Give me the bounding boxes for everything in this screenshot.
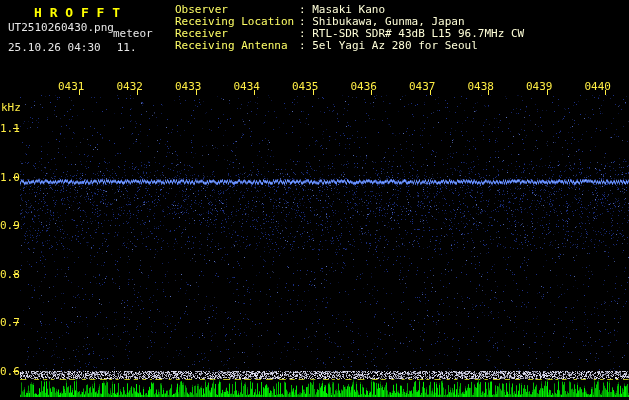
datetime-text: 25.10.26 04:30 bbox=[8, 41, 101, 54]
x-axis-tick-label: 0436 bbox=[349, 80, 377, 93]
x-axis-tick-label: 0440 bbox=[583, 80, 611, 93]
station-info: Observer: Masaki KanoReceiving Location:… bbox=[175, 4, 524, 52]
app-title: H R O F F T bbox=[34, 5, 120, 20]
hrofft-screen: H R O F F T UT2510260430.png meteor 25.1… bbox=[0, 0, 629, 400]
y-axis-tick-label: 1.1 bbox=[0, 122, 17, 135]
x-axis-tick-label: 0432 bbox=[115, 80, 143, 93]
mode-label: meteor bbox=[113, 27, 153, 40]
y-axis-tick-label: 0.8 bbox=[0, 268, 17, 281]
x-axis-tick-label: 0435 bbox=[291, 80, 319, 93]
counter: 11. bbox=[117, 41, 137, 54]
x-axis-tick-label: 0434 bbox=[232, 80, 260, 93]
y-axis-tick-label: 0.7 bbox=[0, 316, 17, 329]
station-info-label: Receiving Antenna bbox=[175, 40, 299, 52]
datetime-row: 25.10.26 04:3011. bbox=[8, 41, 137, 54]
y-axis-unit-label: kHz bbox=[1, 101, 21, 114]
spectrogram-canvas bbox=[0, 0, 629, 400]
x-axis-tick-label: 0439 bbox=[525, 80, 553, 93]
x-axis-tick-label: 0433 bbox=[174, 80, 202, 93]
y-axis-tick-label: 1.0 bbox=[0, 171, 17, 184]
y-axis-tick-label: 0.6 bbox=[0, 365, 17, 378]
x-axis-tick-label: 0437 bbox=[408, 80, 436, 93]
x-axis-tick-label: 0431 bbox=[57, 80, 85, 93]
y-axis-tick-label: 0.9 bbox=[0, 219, 17, 232]
x-axis-tick-label: 0438 bbox=[466, 80, 494, 93]
station-info-row: Receiving Antenna: 5el Yagi Az 280 for S… bbox=[175, 40, 524, 52]
filename: UT2510260430.png bbox=[8, 21, 114, 34]
station-info-value: : 5el Yagi Az 280 for Seoul bbox=[299, 39, 478, 52]
